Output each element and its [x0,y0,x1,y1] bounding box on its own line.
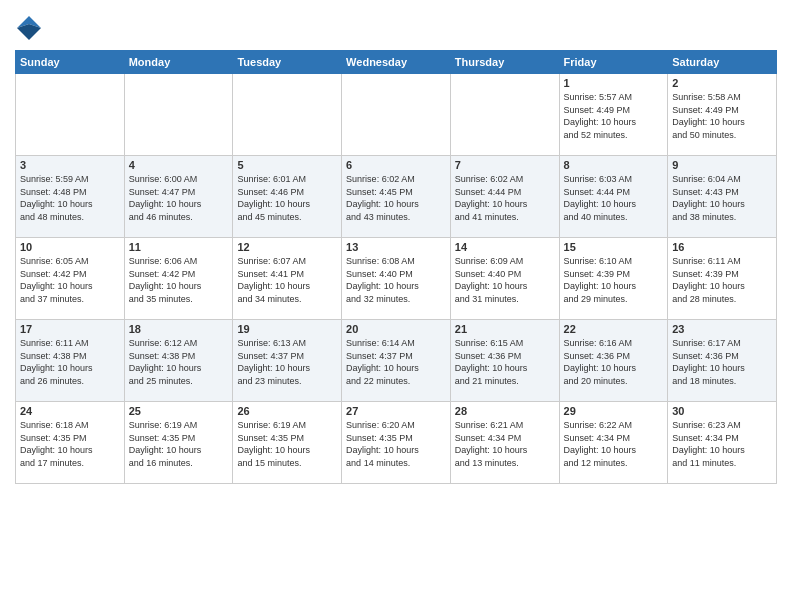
day-cell: 4Sunrise: 6:00 AM Sunset: 4:47 PM Daylig… [124,156,233,238]
day-cell: 1Sunrise: 5:57 AM Sunset: 4:49 PM Daylig… [559,74,668,156]
day-number: 6 [346,159,446,171]
day-number: 11 [129,241,229,253]
header [15,10,777,42]
day-number: 8 [564,159,664,171]
day-cell: 8Sunrise: 6:03 AM Sunset: 4:44 PM Daylig… [559,156,668,238]
day-info: Sunrise: 6:00 AM Sunset: 4:47 PM Dayligh… [129,173,229,223]
day-number: 5 [237,159,337,171]
header-cell-wednesday: Wednesday [342,51,451,74]
day-info: Sunrise: 6:19 AM Sunset: 4:35 PM Dayligh… [237,419,337,469]
day-cell: 15Sunrise: 6:10 AM Sunset: 4:39 PM Dayli… [559,238,668,320]
day-info: Sunrise: 6:06 AM Sunset: 4:42 PM Dayligh… [129,255,229,305]
day-number: 14 [455,241,555,253]
day-info: Sunrise: 6:10 AM Sunset: 4:39 PM Dayligh… [564,255,664,305]
day-number: 23 [672,323,772,335]
day-number: 21 [455,323,555,335]
day-info: Sunrise: 6:02 AM Sunset: 4:45 PM Dayligh… [346,173,446,223]
day-cell: 17Sunrise: 6:11 AM Sunset: 4:38 PM Dayli… [16,320,125,402]
day-cell [342,74,451,156]
day-info: Sunrise: 6:23 AM Sunset: 4:34 PM Dayligh… [672,419,772,469]
day-number: 9 [672,159,772,171]
day-number: 24 [20,405,120,417]
day-info: Sunrise: 6:22 AM Sunset: 4:34 PM Dayligh… [564,419,664,469]
day-cell [233,74,342,156]
day-info: Sunrise: 6:20 AM Sunset: 4:35 PM Dayligh… [346,419,446,469]
day-cell: 13Sunrise: 6:08 AM Sunset: 4:40 PM Dayli… [342,238,451,320]
day-number: 2 [672,77,772,89]
day-cell: 21Sunrise: 6:15 AM Sunset: 4:36 PM Dayli… [450,320,559,402]
day-info: Sunrise: 6:08 AM Sunset: 4:40 PM Dayligh… [346,255,446,305]
day-cell: 12Sunrise: 6:07 AM Sunset: 4:41 PM Dayli… [233,238,342,320]
day-info: Sunrise: 6:05 AM Sunset: 4:42 PM Dayligh… [20,255,120,305]
day-cell: 29Sunrise: 6:22 AM Sunset: 4:34 PM Dayli… [559,402,668,484]
header-cell-thursday: Thursday [450,51,559,74]
day-cell: 6Sunrise: 6:02 AM Sunset: 4:45 PM Daylig… [342,156,451,238]
day-number: 17 [20,323,120,335]
day-info: Sunrise: 6:03 AM Sunset: 4:44 PM Dayligh… [564,173,664,223]
calendar-header: SundayMondayTuesdayWednesdayThursdayFrid… [16,51,777,74]
day-number: 22 [564,323,664,335]
day-number: 7 [455,159,555,171]
day-info: Sunrise: 6:19 AM Sunset: 4:35 PM Dayligh… [129,419,229,469]
day-number: 4 [129,159,229,171]
day-cell [16,74,125,156]
day-number: 16 [672,241,772,253]
day-info: Sunrise: 5:58 AM Sunset: 4:49 PM Dayligh… [672,91,772,141]
day-number: 18 [129,323,229,335]
day-number: 3 [20,159,120,171]
day-number: 25 [129,405,229,417]
day-cell [124,74,233,156]
day-number: 10 [20,241,120,253]
day-info: Sunrise: 6:01 AM Sunset: 4:46 PM Dayligh… [237,173,337,223]
day-number: 27 [346,405,446,417]
day-number: 15 [564,241,664,253]
day-cell: 30Sunrise: 6:23 AM Sunset: 4:34 PM Dayli… [668,402,777,484]
day-info: Sunrise: 6:21 AM Sunset: 4:34 PM Dayligh… [455,419,555,469]
day-info: Sunrise: 6:13 AM Sunset: 4:37 PM Dayligh… [237,337,337,387]
day-info: Sunrise: 6:16 AM Sunset: 4:36 PM Dayligh… [564,337,664,387]
day-cell: 16Sunrise: 6:11 AM Sunset: 4:39 PM Dayli… [668,238,777,320]
day-cell: 25Sunrise: 6:19 AM Sunset: 4:35 PM Dayli… [124,402,233,484]
day-number: 12 [237,241,337,253]
day-cell: 18Sunrise: 6:12 AM Sunset: 4:38 PM Dayli… [124,320,233,402]
day-info: Sunrise: 6:11 AM Sunset: 4:39 PM Dayligh… [672,255,772,305]
day-info: Sunrise: 6:17 AM Sunset: 4:36 PM Dayligh… [672,337,772,387]
day-info: Sunrise: 6:02 AM Sunset: 4:44 PM Dayligh… [455,173,555,223]
header-cell-sunday: Sunday [16,51,125,74]
day-cell: 23Sunrise: 6:17 AM Sunset: 4:36 PM Dayli… [668,320,777,402]
day-number: 28 [455,405,555,417]
day-number: 30 [672,405,772,417]
day-number: 29 [564,405,664,417]
calendar-table: SundayMondayTuesdayWednesdayThursdayFrid… [15,50,777,484]
day-number: 20 [346,323,446,335]
day-cell: 3Sunrise: 5:59 AM Sunset: 4:48 PM Daylig… [16,156,125,238]
week-row-3: 10Sunrise: 6:05 AM Sunset: 4:42 PM Dayli… [16,238,777,320]
header-cell-saturday: Saturday [668,51,777,74]
day-number: 13 [346,241,446,253]
logo-icon [15,14,43,42]
calendar-body: 1Sunrise: 5:57 AM Sunset: 4:49 PM Daylig… [16,74,777,484]
day-info: Sunrise: 6:09 AM Sunset: 4:40 PM Dayligh… [455,255,555,305]
header-cell-friday: Friday [559,51,668,74]
day-cell: 11Sunrise: 6:06 AM Sunset: 4:42 PM Dayli… [124,238,233,320]
day-info: Sunrise: 6:14 AM Sunset: 4:37 PM Dayligh… [346,337,446,387]
day-cell: 22Sunrise: 6:16 AM Sunset: 4:36 PM Dayli… [559,320,668,402]
day-cell: 26Sunrise: 6:19 AM Sunset: 4:35 PM Dayli… [233,402,342,484]
day-cell: 19Sunrise: 6:13 AM Sunset: 4:37 PM Dayli… [233,320,342,402]
day-cell: 24Sunrise: 6:18 AM Sunset: 4:35 PM Dayli… [16,402,125,484]
day-cell: 14Sunrise: 6:09 AM Sunset: 4:40 PM Dayli… [450,238,559,320]
day-cell: 9Sunrise: 6:04 AM Sunset: 4:43 PM Daylig… [668,156,777,238]
day-info: Sunrise: 6:15 AM Sunset: 4:36 PM Dayligh… [455,337,555,387]
day-info: Sunrise: 6:11 AM Sunset: 4:38 PM Dayligh… [20,337,120,387]
day-cell: 5Sunrise: 6:01 AM Sunset: 4:46 PM Daylig… [233,156,342,238]
day-cell: 28Sunrise: 6:21 AM Sunset: 4:34 PM Dayli… [450,402,559,484]
week-row-4: 17Sunrise: 6:11 AM Sunset: 4:38 PM Dayli… [16,320,777,402]
day-number: 1 [564,77,664,89]
day-number: 19 [237,323,337,335]
week-row-1: 1Sunrise: 5:57 AM Sunset: 4:49 PM Daylig… [16,74,777,156]
day-info: Sunrise: 5:59 AM Sunset: 4:48 PM Dayligh… [20,173,120,223]
logo [15,14,47,42]
day-number: 26 [237,405,337,417]
header-row: SundayMondayTuesdayWednesdayThursdayFrid… [16,51,777,74]
day-info: Sunrise: 6:12 AM Sunset: 4:38 PM Dayligh… [129,337,229,387]
